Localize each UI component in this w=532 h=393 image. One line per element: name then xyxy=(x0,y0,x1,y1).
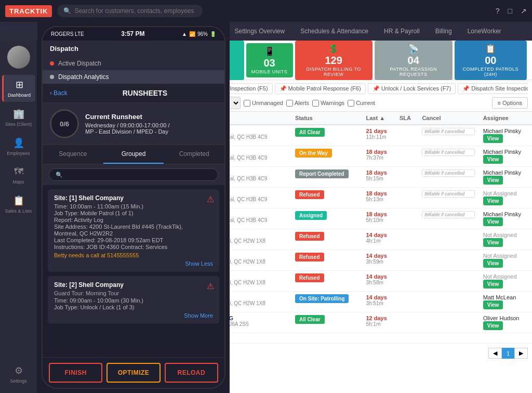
filter-tab-dispatch-site[interactable]: 📌 Dispatch Site Inspection (F8) xyxy=(458,83,528,94)
last-time: 5h:10m xyxy=(366,217,391,223)
last-days: 18 days xyxy=(366,149,391,155)
cell-cancel xyxy=(418,229,478,250)
back-button[interactable]: ‹ Back xyxy=(50,89,68,97)
tab-billing[interactable]: Billing xyxy=(428,24,459,38)
cell-sla xyxy=(395,188,418,208)
sales-icon: 📋 xyxy=(13,195,24,206)
filter-tab-mobile-patrol[interactable]: 📌 Mobile Patrol Response (F6) xyxy=(275,83,366,94)
runsheet-info: 0/6 Current Runsheet Wednesday / 09:00:0… xyxy=(43,103,224,145)
last-days: 14 days xyxy=(366,232,391,238)
stat-card-completed-patrols[interactable]: 📋 00 COMPLETED PATROLS (24H) xyxy=(455,41,527,80)
cell-cancel xyxy=(418,292,478,312)
dispatch-menu: Dispatch Active Dispatch Dispatch Analyt… xyxy=(43,41,224,84)
status-badge: Refused xyxy=(295,232,324,241)
tab-settings-overview[interactable]: Settings Overview xyxy=(228,24,292,38)
current-checkbox[interactable]: Current xyxy=(348,100,375,107)
view-button[interactable]: View xyxy=(483,176,503,185)
view-button[interactable]: View xyxy=(483,217,503,226)
next-page-btn[interactable]: ▶ xyxy=(514,348,528,359)
warnings-checkbox[interactable]: Warnings xyxy=(312,100,344,107)
last-time: 3h:51m xyxy=(366,300,391,306)
runsheets-title: RUNSHEETS xyxy=(123,89,167,97)
unmanaged-checkbox[interactable]: Unmanaged xyxy=(244,100,283,107)
view-button[interactable]: View xyxy=(483,321,503,330)
cell-status: On Site: Patrolling xyxy=(291,292,362,312)
help-icon[interactable]: ? xyxy=(496,7,500,15)
tab-completed[interactable]: Completed xyxy=(164,145,224,164)
prev-page-btn[interactable]: ◀ xyxy=(488,348,502,359)
maps-icon: 🗺 xyxy=(14,166,23,177)
options-button[interactable]: ≡ Options xyxy=(492,97,528,109)
cell-sla xyxy=(395,312,418,333)
show-more-link-2[interactable]: Show More xyxy=(54,312,213,319)
dispatch-analytics-item[interactable]: Dispatch Analytics xyxy=(43,70,224,84)
sidebar-item-label: Employees xyxy=(7,151,30,156)
tab-hr-payroll[interactable]: HR & Payroll xyxy=(377,24,427,38)
stat-label: MOBILE UNITS xyxy=(251,69,288,74)
last-time: 7h:37m xyxy=(366,155,391,161)
completed-icon: 📋 xyxy=(485,44,496,54)
tab-grouped[interactable]: Grouped xyxy=(103,145,164,164)
sidebar-item-sites[interactable]: 🏢 Sites (Client) xyxy=(2,104,35,131)
view-button[interactable]: View xyxy=(483,155,503,164)
rs-item-1-address: Site Address: 4200 St-Laurent Bld #445 (… xyxy=(54,224,213,230)
assignee-name: Not Assigned xyxy=(483,253,528,259)
cell-assignee: Michael Pinsky View xyxy=(479,167,532,188)
sidebar-item-sales[interactable]: 📋 Sales & Lists xyxy=(2,191,35,218)
view-button[interactable]: View xyxy=(483,300,503,309)
phone-time: 3:57 PM xyxy=(121,30,144,37)
sidebar-item-employees[interactable]: 👤 Employees xyxy=(2,133,35,160)
cell-status: Assigned xyxy=(291,208,362,229)
col-last: Last ▲ xyxy=(362,112,395,125)
tab-loneworker[interactable]: LoneWorker xyxy=(460,24,509,38)
rs-item-1-jobtype: Job Type: Mobile Patrol (1 of 1) xyxy=(54,210,213,216)
cell-cancel xyxy=(418,250,478,271)
alert-icon-2: ⚠ xyxy=(207,281,214,291)
sidebar-item-maps[interactable]: 🗺 Maps xyxy=(2,162,35,189)
cell-status: Refused xyxy=(291,271,362,292)
stat-label: PATROL REASSIGN REQUESTS xyxy=(380,67,447,77)
last-time: 4h:1m xyxy=(366,238,391,244)
cell-sla xyxy=(395,250,418,271)
last-days: 12 days xyxy=(366,315,391,321)
share-icon[interactable]: ↗ xyxy=(521,7,527,15)
cell-assignee: Michael Pinsky View xyxy=(479,208,532,229)
search-input[interactable] xyxy=(74,7,196,15)
optimize-button[interactable]: OPTIMIZE xyxy=(107,363,160,383)
search-bar[interactable]: 🔍 xyxy=(57,5,203,17)
mobile-dispatch-overlay: ROGERS LTE 3:57 PM ▲ 📶 96% 🔋 Dispatch Ac… xyxy=(37,22,230,393)
view-button[interactable]: View xyxy=(483,259,503,268)
view-button[interactable]: View xyxy=(483,197,503,205)
cell-sla xyxy=(395,146,418,167)
tab-sequence[interactable]: Sequence xyxy=(43,145,103,164)
assignee-name: Not Assigned xyxy=(483,190,528,197)
runsheet-search-input[interactable] xyxy=(49,168,218,181)
cell-status: On the Way xyxy=(291,146,362,167)
view-button[interactable]: View xyxy=(483,238,503,247)
cell-cancel: Billable if cancelled xyxy=(418,125,478,146)
filter-tab-unlock[interactable]: 📌 Unlock / Lock Services (F7) xyxy=(368,83,456,94)
last-time: 5h:13m xyxy=(366,197,391,202)
phone-status-bar: ROGERS LTE 3:57 PM ▲ 📶 96% 🔋 xyxy=(43,27,224,41)
alerts-checkbox[interactable]: Alerts xyxy=(286,100,309,107)
stat-card-mobile-units[interactable]: 📱 03 MOBILE UNITS xyxy=(246,43,293,77)
finish-button[interactable]: FINISH xyxy=(49,363,102,383)
cell-status: All Clear xyxy=(291,312,362,333)
view-button[interactable]: View xyxy=(483,280,503,289)
sidebar-item-dashboard[interactable]: ⊞ Dashboard xyxy=(2,75,35,102)
stat-card-patrol-reassign[interactable]: 📡 04 PATROL REASSIGN REQUESTS xyxy=(375,41,453,80)
reload-button[interactable]: RELOAD xyxy=(165,363,218,383)
assignee-name: Michael Pinsky xyxy=(483,149,528,155)
cell-assignee: Not Assigned View xyxy=(479,188,532,208)
last-time: 11h:11m xyxy=(366,134,391,140)
tab-schedules-attendance[interactable]: Schedules & Attendance xyxy=(293,24,376,38)
sidebar-item-settings[interactable]: ⚙ Settings xyxy=(2,361,35,388)
active-dispatch-item[interactable]: Active Dispatch xyxy=(43,57,224,70)
view-button[interactable]: View xyxy=(483,134,503,143)
show-less-link-1[interactable]: Show Less xyxy=(54,260,213,267)
monitor-icon[interactable]: □ xyxy=(508,7,512,15)
stat-card-billing-review[interactable]: 💲 129 DISPATCH BILLING TO REVIEW xyxy=(295,41,373,80)
dispatch-analytics-label: Dispatch Analytics xyxy=(58,73,109,81)
page-1-btn[interactable]: 1 xyxy=(502,348,514,359)
battery-icon: 🔋 xyxy=(210,31,216,37)
